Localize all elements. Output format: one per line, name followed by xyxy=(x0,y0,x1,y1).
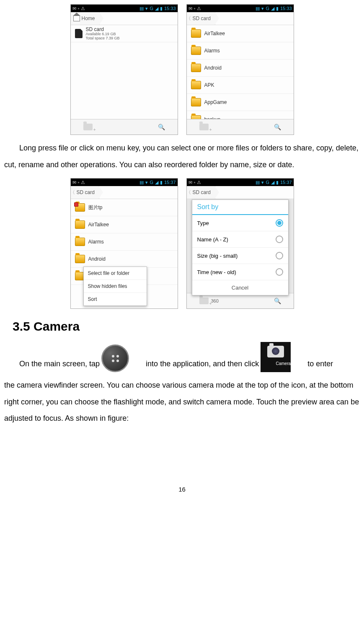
menu-item-select[interactable]: Select file or folder xyxy=(84,267,147,280)
cancel-button[interactable]: Cancel xyxy=(192,280,288,295)
status-bar: ✉ ▫ ⚠ ▤ ▾ G ◢ ▮ 15:33 xyxy=(71,5,178,12)
breadcrumb-label: Home xyxy=(82,16,95,21)
new-folder-icon[interactable] xyxy=(199,298,209,304)
folder-icon xyxy=(191,98,201,106)
network-icon: G xyxy=(150,180,153,185)
search-icon[interactable]: 🔍 xyxy=(158,124,165,130)
item-title: SD card xyxy=(86,27,120,32)
phone-context-menu: ✉ ▫ ⚠ ▤ ▾ G ◢ ▮ 15:37 〈 SD card xyxy=(70,178,178,309)
list-item[interactable]: Android xyxy=(71,251,178,268)
folder-image-icon xyxy=(75,203,85,212)
battery-icon: ▮ xyxy=(160,180,163,185)
new-folder-icon[interactable] xyxy=(83,124,93,130)
search-icon[interactable]: 🔍 xyxy=(274,298,281,304)
item-title: APK xyxy=(204,82,214,88)
list-item[interactable]: AirTalkee xyxy=(71,216,178,233)
new-folder-icon[interactable] xyxy=(199,124,209,130)
status-bar: ✉ ▫ ⚠ ▤ ▾ G ◢ ▮ 15:37 xyxy=(187,179,294,186)
dialog-title: Sort by xyxy=(192,200,288,215)
radio-icon xyxy=(276,268,283,276)
folder-icon xyxy=(191,64,201,72)
breadcrumb[interactable]: 〈 SD card xyxy=(71,186,178,199)
item-title: AppGame xyxy=(204,99,227,105)
network-icon: G xyxy=(266,180,269,185)
option-label: Type xyxy=(197,220,209,226)
breadcrumb-label: SD card xyxy=(77,189,95,195)
breadcrumb-label: SD card xyxy=(193,189,211,195)
home-icon xyxy=(73,16,80,21)
paragraph-2-line1: On the main screen, tap into the applica… xyxy=(4,342,360,372)
radio-icon xyxy=(276,219,283,227)
list-item[interactable]: 图片tp xyxy=(71,199,178,216)
sort-dialog: Sort by Type Name (A - Z) Size (big - sm… xyxy=(192,199,289,295)
page-number: 16 xyxy=(4,486,360,493)
paragraph-2-rest: the camera viewfinder screen. You can ch… xyxy=(4,377,360,427)
status-bar: ✉ ▫ ⚠ ▤ ▾ G ◢ ▮ 15:33 xyxy=(187,5,294,12)
paragraph-1: Long press file or click on menu key, yo… xyxy=(4,140,360,173)
sort-option-time[interactable]: Time (new - old) xyxy=(192,264,288,280)
chevron-left-icon: 〈 xyxy=(70,189,75,196)
status-time: 15:33 xyxy=(164,6,176,11)
breadcrumb[interactable]: Home xyxy=(71,12,178,25)
list-item[interactable]: APK xyxy=(187,77,294,94)
list-item[interactable]: Alarms xyxy=(71,233,178,251)
bottom-toolbar: 🔍 xyxy=(187,119,294,135)
card-icon: ▫ xyxy=(78,6,80,11)
breadcrumb[interactable]: 〈 SD card xyxy=(187,186,294,199)
status-time: 15:37 xyxy=(164,180,176,185)
wifi-icon: ▾ xyxy=(261,180,264,185)
phone-home: ✉ ▫ ⚠ ▤ ▾ G ◢ ▮ 15:33 Home xyxy=(70,4,178,135)
item-title: AirTalkee xyxy=(204,31,225,36)
context-menu: Select file or folder Show hidden files … xyxy=(83,267,147,306)
status-time: 15:33 xyxy=(280,6,292,11)
apps-icon xyxy=(101,344,129,372)
search-icon[interactable]: 🔍 xyxy=(274,124,281,130)
warning-icon: ⚠ xyxy=(81,6,85,11)
signal-icon: ◢ xyxy=(271,180,274,185)
screenshot-row-2: ✉ ▫ ⚠ ▤ ▾ G ◢ ▮ 15:37 〈 SD card xyxy=(4,178,360,309)
file-list: SD card Available 6.19 GB Total space 7.… xyxy=(71,25,178,119)
folder-icon xyxy=(191,47,201,55)
status-bar: ✉ ▫ ⚠ ▤ ▾ G ◢ ▮ 15:37 xyxy=(71,179,178,186)
option-label: Size (big - small) xyxy=(197,253,238,259)
list-item[interactable]: Alarms xyxy=(187,42,294,60)
folder-icon xyxy=(191,81,201,89)
phone-sdcard: ✉ ▫ ⚠ ▤ ▾ G ◢ ▮ 15:33 〈 SD card xyxy=(186,4,294,135)
folder-icon xyxy=(191,115,201,119)
network-icon: G xyxy=(150,6,153,11)
battery-icon: ▮ xyxy=(276,6,279,11)
item-title: 图片tp xyxy=(88,204,103,211)
menu-item-sort[interactable]: Sort xyxy=(84,293,147,306)
item-sub: Total space 7.39 GB xyxy=(86,36,120,41)
mail-icon: ✉ xyxy=(188,6,192,11)
folder-icon xyxy=(75,220,85,229)
item-title: 360 xyxy=(211,298,219,303)
vibrate-icon: ▤ xyxy=(139,6,144,11)
sort-option-name[interactable]: Name (A - Z) xyxy=(192,231,288,248)
sort-option-type[interactable]: Type xyxy=(192,215,288,231)
list-item[interactable]: SD card Available 6.19 GB Total space 7.… xyxy=(71,25,178,42)
wifi-icon: ▾ xyxy=(145,6,148,11)
folder-icon xyxy=(191,29,201,38)
list-item[interactable]: AppGame xyxy=(187,94,294,111)
mail-icon: ✉ xyxy=(72,6,76,11)
chevron-left-icon: 〈 xyxy=(186,15,191,22)
folder-icon xyxy=(75,255,85,263)
breadcrumb[interactable]: 〈 SD card xyxy=(187,12,294,25)
bottom-toolbar: 🔍 xyxy=(71,119,178,135)
status-time: 15:37 xyxy=(280,180,292,185)
mail-icon: ✉ xyxy=(72,180,76,185)
network-icon: G xyxy=(266,6,269,11)
list-item[interactable]: backup xyxy=(187,111,294,119)
sort-option-size[interactable]: Size (big - small) xyxy=(192,248,288,264)
mail-icon: ✉ xyxy=(188,180,192,185)
menu-item-hidden[interactable]: Show hidden files xyxy=(84,280,147,293)
battery-icon: ▮ xyxy=(276,180,279,185)
list-item[interactable]: AirTalkee xyxy=(187,25,294,42)
breadcrumb-label: SD card xyxy=(193,16,211,21)
item-title: AirTalkee xyxy=(88,222,109,228)
folder-icon xyxy=(75,238,85,246)
item-title: Android xyxy=(88,256,106,262)
warning-icon: ⚠ xyxy=(197,180,201,185)
list-item[interactable]: Android xyxy=(187,60,294,77)
